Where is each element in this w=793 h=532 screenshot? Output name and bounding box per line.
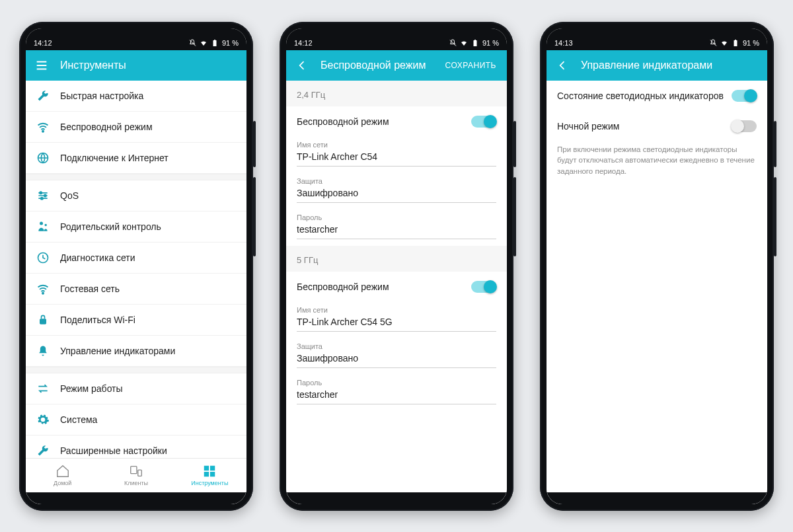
app-header: Беспроводной режим СОХРАНИТЬ (286, 50, 507, 81)
svg-rect-12 (138, 470, 142, 476)
band-header: 2,4 ГГц (286, 81, 507, 106)
svg-rect-16 (210, 472, 215, 476)
field-label: Имя сети (297, 306, 496, 314)
tools-item[interactable]: Подключение к Интернет (26, 143, 246, 174)
battery-text: 91 % (482, 39, 499, 47)
swap-icon (36, 382, 50, 395)
field-label: Защита (297, 342, 496, 350)
phone-tools: 14:12 91 % Инструменты Быстрая настройка… (19, 22, 253, 511)
tools-item[interactable]: Расширенные настройки (26, 436, 246, 458)
svg-rect-18 (735, 40, 736, 40)
password-field[interactable]: Парольtestarcher (286, 209, 507, 246)
password-value: testarcher (297, 389, 496, 404)
status-bar: 14:12 91 % (294, 38, 499, 48)
security-value: Зашифровано (297, 188, 496, 203)
mute-icon (449, 39, 457, 47)
app-header: Инструменты (26, 50, 246, 81)
svg-rect-11 (131, 467, 137, 474)
page-title: Беспроводной режим (321, 59, 439, 71)
tab-label: Клиенты (124, 480, 148, 486)
tools-item[interactable]: Быстрая настройка (26, 81, 246, 112)
tools-item[interactable]: Управление индикаторами (26, 336, 246, 367)
svg-rect-0 (214, 40, 215, 40)
parental-icon (36, 220, 50, 233)
ssid-field[interactable]: Имя сетиTP-Link Archer C54 5G (286, 302, 507, 338)
tools-item[interactable]: QoS (26, 180, 246, 211)
page-title: Инструменты (60, 59, 243, 71)
status-bar: 14:13 91 % (554, 38, 759, 48)
wireless-switch[interactable] (471, 281, 496, 293)
battery-text: 91 % (222, 39, 239, 47)
svg-rect-17 (474, 40, 476, 40)
field-label: Защита (297, 177, 496, 185)
tab-label: Домой (54, 480, 71, 486)
ssid-value: TP-Link Archer C54 (297, 151, 496, 167)
wireless-toggle-row[interactable]: Беспроводной режим (286, 106, 507, 137)
tools-item[interactable]: Родительский контроль (26, 211, 246, 243)
back-button[interactable] (290, 54, 314, 77)
svg-rect-14 (210, 466, 215, 471)
back-button[interactable] (550, 54, 574, 77)
bottom-tabs: Домой Клиенты Инструменты (26, 458, 246, 492)
battery-icon (471, 39, 479, 47)
tab-label: Инструменты (191, 480, 228, 486)
svg-point-7 (45, 223, 47, 225)
svg-point-5 (41, 197, 43, 199)
tools-icon (36, 444, 50, 457)
svg-point-3 (40, 192, 42, 194)
tools-item[interactable]: Гостевая сеть (26, 274, 246, 305)
tools-item-label: Беспроводной режим (60, 122, 153, 132)
diagnostics-icon (36, 251, 50, 264)
tools-item[interactable]: Беспроводной режим (26, 112, 246, 143)
clock: 14:12 (294, 39, 313, 47)
night-mode-desc: При включении режима светодиодные индика… (547, 141, 767, 177)
battery-text: 91 % (743, 39, 759, 47)
tools-item-label: Подключение к Интернет (60, 153, 169, 163)
night-mode-label: Ночной режим (557, 121, 619, 132)
tools-item-label: Быстрая настройка (60, 91, 143, 101)
tools-item[interactable]: Система (26, 404, 246, 436)
tab-tools[interactable]: Инструменты (173, 459, 246, 492)
password-field[interactable]: Парольtestarcher (286, 375, 507, 411)
wifi-icon (36, 120, 50, 133)
share-icon (36, 313, 50, 326)
svg-rect-10 (40, 319, 46, 324)
tools-item-label: Режим работы (60, 383, 123, 394)
app-header: Управление индикаторами (547, 50, 767, 81)
phone-led: 14:13 91 % Управление индикаторами Состо… (540, 22, 774, 511)
led-status-row[interactable]: Состояние светодиодных индикаторов (547, 81, 767, 111)
svg-point-1 (42, 130, 44, 132)
save-button[interactable]: СОХРАНИТЬ (445, 61, 503, 70)
svg-point-4 (44, 194, 46, 196)
clock: 14:12 (34, 39, 52, 47)
tools-item[interactable]: Диагностика сети (26, 243, 246, 274)
tools-item-label: Расширенные настройки (60, 445, 167, 456)
wireless-switch[interactable] (471, 116, 496, 128)
mute-icon (709, 39, 717, 47)
security-field[interactable]: ЗащитаЗашифровано (286, 338, 507, 375)
battery-icon (732, 39, 739, 47)
wireless-label: Беспроводной режим (297, 282, 389, 292)
night-mode-row[interactable]: Ночной режим (547, 111, 767, 141)
wireless-toggle-row[interactable]: Беспроводной режим (286, 272, 507, 302)
bell-icon (36, 344, 50, 358)
globe-icon (36, 151, 50, 165)
tools-item-label: Система (60, 414, 97, 425)
wifi-icon (460, 39, 468, 47)
battery-icon (211, 39, 219, 47)
tab-clients[interactable]: Клиенты (99, 459, 172, 492)
led-switch[interactable] (732, 90, 757, 102)
tools-item-label: Диагностика сети (60, 252, 135, 263)
ssid-field[interactable]: Имя сетиTP-Link Archer C54 (286, 137, 507, 173)
wrench-icon (36, 89, 50, 102)
night-switch[interactable] (732, 120, 757, 132)
menu-button[interactable] (30, 54, 54, 77)
tab-home[interactable]: Домой (26, 459, 99, 492)
field-label: Пароль (297, 213, 496, 221)
svg-point-9 (42, 292, 44, 293)
tools-item-label: Гостевая сеть (60, 284, 120, 294)
tools-item[interactable]: Режим работы (26, 373, 246, 404)
tools-item[interactable]: Поделиться Wi-Fi (26, 305, 246, 336)
led-status-label: Состояние светодиодных индикаторов (557, 91, 724, 101)
security-field[interactable]: ЗащитаЗашифровано (286, 173, 507, 209)
